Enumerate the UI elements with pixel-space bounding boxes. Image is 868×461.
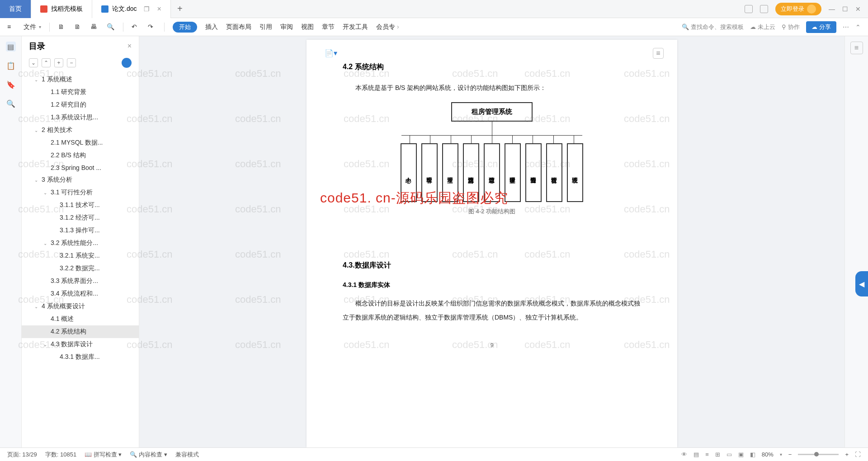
chevron-down-icon: ⌄ [43, 342, 48, 347]
share-button[interactable]: ☁ 分享 [806, 21, 836, 33]
outline-item[interactable]: 3.1.2 经济可... [22, 212, 139, 224]
document-canvas[interactable]: 📄▾ ≡ 4.2 系统结构 本系统是基于 B/S 架构的网站系统，设计的功能结构… [139, 36, 844, 447]
outline-item[interactable]: 3.1.1 技术可... [22, 199, 139, 212]
outline-item-label: 3.4 系统流程和... [51, 290, 98, 298]
print-icon[interactable]: 🖶 [90, 23, 99, 31]
view-web-icon[interactable]: ⊞ [715, 451, 720, 458]
outline-item[interactable]: 3.2.2 数据完... [22, 262, 139, 275]
floating-side-tab[interactable]: ◀ [855, 271, 868, 296]
remove-heading-icon[interactable]: − [67, 58, 76, 67]
outline-item[interactable]: 3.3 系统界面分... [22, 275, 139, 287]
cloud-status[interactable]: ☁ 未上云 [750, 23, 775, 31]
login-button[interactable]: 立即登录 [775, 3, 821, 15]
tab-template[interactable]: 找稻壳模板 [31, 0, 92, 18]
status-compat[interactable]: 兼容模式 [175, 451, 199, 459]
more-icon[interactable]: ⋯ [843, 24, 849, 31]
outline-item[interactable]: 2.2 B/S 结构 [22, 149, 139, 162]
outline-item[interactable]: 1.1 研究背景 [22, 86, 139, 99]
ribbon-view[interactable]: 视图 [301, 23, 314, 31]
outline-item-label: 3.2.2 数据完... [60, 264, 100, 273]
eye-icon[interactable]: 👁 [681, 451, 687, 458]
tab-bar: 首页 找稻壳模板 论文.doc ❐ × + 立即登录 — ☐ ✕ [0, 0, 868, 18]
right-rail-toggle-icon[interactable]: ≡ [850, 42, 863, 54]
add-heading-icon[interactable]: + [54, 58, 63, 67]
ruler-icon[interactable]: ◧ [750, 451, 755, 458]
ribbon-review[interactable]: 审阅 [280, 23, 293, 31]
clipboard-icon[interactable]: 📋 [6, 61, 16, 71]
outline-item[interactable]: 4.3.1 数据库... [22, 351, 139, 363]
bookmark-icon[interactable]: 🔖 [6, 80, 16, 89]
view-page-icon[interactable]: ▤ [693, 451, 699, 458]
redo-icon[interactable]: ↷ [148, 23, 156, 31]
add-tab-button[interactable]: + [171, 4, 189, 14]
ribbon-dev-tools[interactable]: 开发工具 [343, 23, 368, 31]
ribbon-insert[interactable]: 插入 [205, 23, 218, 31]
expand-all-icon[interactable]: ⌃ [42, 58, 51, 67]
zoom-out-icon[interactable]: − [788, 451, 792, 458]
outline-item[interactable]: 2.1 MYSQL 数据... [22, 136, 139, 149]
apps-icon[interactable] [760, 5, 768, 13]
tab-document[interactable]: 论文.doc ❐ × [92, 0, 171, 18]
view-outline-icon[interactable]: ≡ [705, 451, 709, 458]
popout-icon[interactable]: ❐ [144, 5, 150, 13]
outline-item-label: 3.1.1 技术可... [60, 201, 100, 209]
ribbon-page-layout[interactable]: 页面布局 [226, 23, 251, 31]
outline-item-label: 3.1.2 经济可... [60, 214, 100, 222]
outline-sync-icon[interactable] [122, 58, 132, 68]
close-tab-icon[interactable]: × [157, 5, 161, 13]
fullscreen-icon[interactable]: ⛶ [855, 451, 861, 458]
file-menu[interactable]: 文件 ▾ [24, 23, 41, 31]
undo-icon[interactable]: ↶ [132, 23, 140, 31]
outline-item[interactable]: ⌄3.2 系统性能分... [22, 237, 139, 249]
outline-icon[interactable]: ▤ [6, 42, 16, 52]
ribbon-start[interactable]: 开始 [173, 22, 197, 33]
layout-icon[interactable] [745, 5, 753, 13]
status-content-check[interactable]: 🔍 内容检查 ▾ [130, 451, 167, 459]
maximize-button[interactable]: ☐ [842, 5, 848, 13]
status-page[interactable]: 页面: 13/29 [7, 451, 37, 459]
outline-item[interactable]: ⌄3 系统分析 [22, 174, 139, 186]
outline-item[interactable]: ⌄4.3 数据库设计 [22, 338, 139, 351]
save-icon[interactable]: 🗎 [58, 23, 66, 31]
ribbon-reference[interactable]: 引用 [259, 23, 272, 31]
menu-icon[interactable]: ≡ [7, 23, 15, 31]
save-as-icon[interactable]: 🗎 [74, 23, 82, 31]
heading-4-2: 4.2 系统结构 [343, 62, 641, 72]
status-words[interactable]: 字数: 10851 [45, 451, 76, 459]
page-options-icon[interactable]: ≡ [653, 48, 664, 59]
command-search[interactable]: 🔍 查找命令、搜索模板 [682, 23, 744, 31]
outline-item[interactable]: 1.2 研究目的 [22, 99, 139, 111]
outline-item[interactable]: 1.3 系统设计思... [22, 111, 139, 124]
outline-item-label: 2.1 MYSQL 数据... [51, 139, 103, 147]
expand-ribbon-icon[interactable]: ⌃ [855, 24, 861, 31]
view-read-icon[interactable]: ▭ [726, 451, 732, 458]
outline-item[interactable]: 3.2.1 系统安... [22, 249, 139, 262]
diagram-root-box: 租房管理系统 [451, 102, 533, 122]
outline-item[interactable]: ⌄2 相关技术 [22, 124, 139, 136]
outline-item[interactable]: 2.3 Spring Boot ... [22, 162, 139, 174]
diagram-child-box: 系统管理 [567, 143, 583, 202]
outline-item-label: 4.3.1 数据库... [60, 353, 100, 361]
search-panel-icon[interactable]: 🔍 [6, 99, 16, 108]
tab-home[interactable]: 首页 [0, 0, 31, 18]
close-window-button[interactable]: ✕ [855, 5, 861, 13]
minimize-button[interactable]: — [829, 5, 835, 13]
print-preview-icon[interactable]: 🔍 [107, 23, 115, 31]
collaborate-button[interactable]: ⚲ 协作 [782, 23, 800, 31]
ribbon-member[interactable]: 会员专 › [376, 23, 399, 31]
outline-item[interactable]: ⌄3.1 可行性分析 [22, 186, 139, 199]
outline-close-icon[interactable]: × [127, 42, 132, 50]
outline-item[interactable]: 3.1.3 操作可... [22, 224, 139, 237]
collapse-all-icon[interactable]: ⌄ [29, 58, 38, 67]
outline-item[interactable]: ⌄1 系统概述 [22, 73, 139, 86]
outline-item[interactable]: 3.4 系统流程和... [22, 287, 139, 300]
zoom-value[interactable]: 80% [762, 451, 774, 458]
ribbon-chapter[interactable]: 章节 [322, 23, 335, 31]
status-spellcheck[interactable]: 📖 拼写检查 ▾ [85, 451, 122, 459]
outline-item[interactable]: 4.1 概述 [22, 313, 139, 325]
zoom-in-icon[interactable]: + [845, 451, 849, 458]
view-focus-icon[interactable]: ▣ [738, 451, 744, 458]
outline-item[interactable]: 4.2 系统结构 [22, 325, 139, 338]
outline-item[interactable]: ⌄4 系统概要设计 [22, 300, 139, 313]
zoom-slider[interactable] [798, 454, 839, 455]
